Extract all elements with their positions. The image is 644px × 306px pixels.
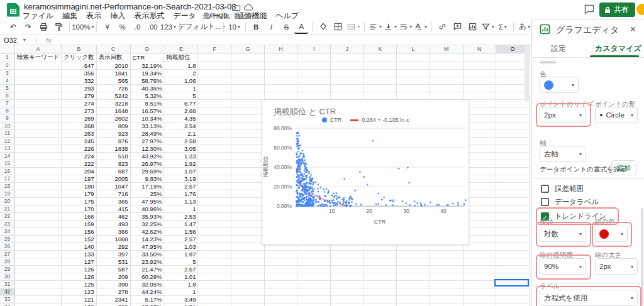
cell[interactable] [430, 62, 463, 69]
cell[interactable]: 226 [62, 145, 96, 152]
cell[interactable] [14, 62, 61, 69]
cell[interactable]: 14.23% [130, 235, 164, 243]
format-currency-button[interactable]: ¥ [101, 20, 114, 34]
cell[interactable] [231, 205, 265, 212]
cell[interactable]: 565 [96, 77, 130, 84]
cell[interactable]: 47.95% [130, 243, 164, 250]
cell[interactable] [330, 69, 364, 77]
cell[interactable]: 923 [96, 129, 130, 137]
cell[interactable]: 390 [96, 280, 130, 288]
cell[interactable]: 40.36% [130, 84, 164, 92]
row-header[interactable]: 21 [0, 205, 14, 212]
cell[interactable]: 1.76 [164, 190, 198, 197]
cell[interactable] [430, 77, 463, 84]
more-formats-button[interactable]: 123▾ [161, 20, 175, 34]
cell[interactable]: 170 [62, 205, 96, 212]
line-opacity-dropdown[interactable]: 90%▾ [540, 258, 586, 275]
cell[interactable] [496, 114, 530, 122]
cell[interactable] [14, 235, 61, 243]
cell[interactable] [297, 53, 331, 62]
cell[interactable] [264, 84, 297, 92]
cell[interactable]: 42.62% [130, 227, 164, 235]
cell[interactable] [198, 99, 231, 107]
increase-decimals-button[interactable]: .00 [146, 20, 160, 34]
cell[interactable] [430, 69, 463, 77]
cell[interactable] [14, 243, 61, 250]
cell[interactable] [397, 273, 430, 280]
cell[interactable] [397, 53, 430, 62]
cell[interactable]: 19.34% [130, 69, 164, 77]
grid-scrollbar[interactable] [525, 45, 529, 102]
tab-settings[interactable]: 設定 [551, 43, 566, 54]
cell[interactable] [264, 77, 297, 84]
cell[interactable] [463, 273, 496, 280]
cell[interactable] [198, 258, 231, 265]
cell[interactable]: 5.17% [130, 295, 164, 303]
cell[interactable]: 40.96% [130, 205, 164, 212]
cell[interactable] [364, 295, 397, 303]
cell[interactable] [198, 62, 231, 69]
line-thickness-dropdown[interactable]: 2px▾ [595, 258, 638, 275]
cell[interactable]: 222 [62, 160, 96, 167]
cell[interactable]: 140 [62, 243, 96, 250]
point-size-dropdown[interactable]: 2px▾ [540, 107, 586, 123]
cell[interactable] [231, 152, 265, 160]
cell[interactable] [231, 212, 265, 220]
cell[interactable] [364, 84, 397, 92]
cell[interactable] [297, 69, 331, 77]
cell[interactable] [264, 280, 297, 288]
row-header[interactable]: 6 [0, 92, 14, 99]
cell[interactable]: 279 [62, 92, 96, 99]
cell[interactable] [397, 84, 430, 92]
cell[interactable] [430, 295, 463, 303]
cell[interactable]: 10.34% [130, 114, 164, 122]
cell[interactable] [430, 84, 463, 92]
row-header[interactable]: 5 [0, 84, 14, 92]
cell[interactable] [364, 303, 397, 306]
cell[interactable] [430, 53, 463, 62]
cell[interactable] [231, 92, 265, 99]
cell[interactable]: 274 [62, 99, 96, 107]
cell[interactable] [330, 92, 364, 99]
cell[interactable] [297, 250, 331, 258]
cell[interactable] [430, 258, 463, 265]
cell[interactable] [496, 258, 530, 265]
cell[interactable] [397, 303, 430, 306]
cell[interactable] [297, 77, 331, 84]
cell[interactable]: 表示回数 [96, 53, 130, 62]
cell[interactable] [231, 273, 265, 280]
cell[interactable] [231, 160, 265, 167]
add-button[interactable]: 追加 [611, 160, 636, 175]
cell[interactable]: 28.27% [130, 303, 164, 306]
cell[interactable] [264, 250, 297, 258]
text-color-button[interactable]: A [294, 20, 308, 34]
cell[interactable]: 1838 [96, 145, 130, 152]
cell[interactable] [198, 175, 231, 182]
cell[interactable] [14, 250, 61, 258]
cell[interactable]: 382 [96, 303, 130, 306]
cell[interactable]: 175 [62, 197, 96, 205]
cell[interactable] [231, 295, 265, 303]
avatar[interactable] [636, 4, 644, 15]
cell[interactable] [231, 235, 265, 243]
cell[interactable]: 2.1 [164, 129, 198, 137]
cell[interactable] [198, 137, 231, 145]
close-icon[interactable]: ✕ [630, 25, 636, 34]
row-header[interactable]: 34 [0, 303, 14, 306]
cell[interactable] [496, 182, 530, 190]
cell[interactable]: 3.19 [164, 175, 198, 182]
cell[interactable] [198, 212, 231, 220]
axis-dropdown[interactable]: 左軸▾ [540, 146, 586, 162]
cell[interactable] [198, 227, 231, 235]
series-color-dropdown[interactable]: ▾ [540, 77, 579, 93]
cell[interactable] [297, 258, 331, 265]
cell[interactable] [231, 258, 265, 265]
cell[interactable] [397, 92, 430, 99]
cell[interactable] [198, 167, 231, 175]
cell[interactable] [14, 137, 61, 145]
cell[interactable] [14, 205, 61, 212]
row-header[interactable]: 29 [0, 265, 14, 273]
cell[interactable] [264, 288, 297, 295]
cell[interactable] [496, 205, 530, 212]
cell[interactable]: 273 [62, 107, 96, 114]
